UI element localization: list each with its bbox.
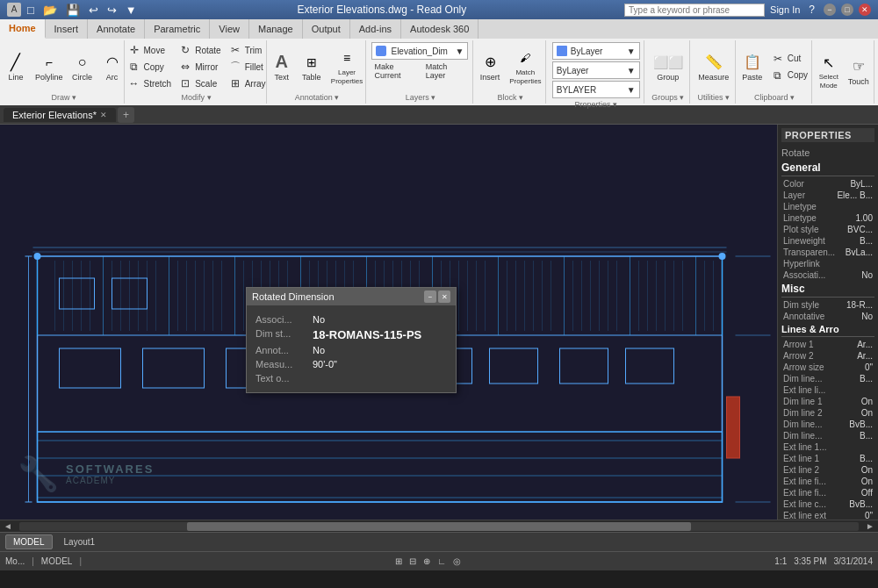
- btn-make-current[interactable]: Make Current: [371, 61, 421, 81]
- undo-btn[interactable]: ↩: [86, 3, 101, 18]
- group-utilities: 📏 Measure Utilities ▾: [692, 40, 736, 104]
- new-btn[interactable]: □: [25, 3, 37, 18]
- ortho-indicator[interactable]: ⊕: [423, 556, 430, 566]
- btn-select-mode[interactable]: ↖ SelectMode: [815, 50, 843, 91]
- horizontal-scrollbar[interactable]: ◄ ►: [0, 520, 878, 532]
- layer-dropdown[interactable]: Elevation_Dim ▼: [371, 42, 468, 60]
- polar-indicator[interactable]: ∟: [437, 556, 446, 566]
- prop-dim-line-ext: Dim line... B...: [781, 430, 874, 441]
- lineweight-dropdown[interactable]: BYLAYER ▼: [552, 81, 640, 98]
- tab-manage[interactable]: Manage: [249, 19, 303, 39]
- btn-mirror[interactable]: ⇔ Mirror: [176, 59, 223, 75]
- annotative-value: No: [861, 312, 873, 321]
- lines-arrows-header: Lines & Arro: [781, 322, 874, 337]
- prop-hyperlink: Hyperlink: [781, 258, 874, 269]
- btn-scale[interactable]: ⊡ Scale: [176, 75, 223, 91]
- btn-array[interactable]: ⊞ Array: [226, 75, 269, 91]
- btn-rotate[interactable]: ↻ Rotate: [176, 42, 223, 58]
- open-btn[interactable]: 📂: [40, 3, 60, 18]
- qa-dropdown[interactable]: ▼: [123, 3, 140, 18]
- btn-trim[interactable]: ✂ Trim: [226, 42, 269, 58]
- btn-layer-properties[interactable]: ≡ LayerProperties: [327, 46, 366, 87]
- tab-output[interactable]: Output: [303, 19, 350, 39]
- ribbon-area: Home Insert Annotate Parametric View Man…: [0, 19, 878, 105]
- minimize-button[interactable]: −: [824, 4, 836, 16]
- measure-label: Measure: [698, 73, 729, 82]
- scroll-left-btn[interactable]: ◄: [0, 521, 16, 531]
- help-icon[interactable]: ?: [809, 4, 815, 16]
- dim-line-ext-value: B...: [860, 431, 873, 441]
- tab-addins[interactable]: Add-ins: [350, 19, 401, 39]
- btn-copy[interactable]: ⧉ Copy: [125, 59, 175, 75]
- btn-insert[interactable]: ⊕ Insert: [476, 50, 504, 84]
- redo-btn[interactable]: ↪: [104, 3, 119, 18]
- tab-view[interactable]: View: [210, 19, 249, 39]
- prop-dim-line-color: Dim line... BvB...: [781, 419, 874, 430]
- drawing-area[interactable]: + Rotated Dimension − ✕: [0, 125, 777, 520]
- new-tab-button[interactable]: +: [118, 107, 134, 123]
- dialog-minus-btn[interactable]: −: [424, 290, 436, 303]
- linetype-dropdown[interactable]: ByLayer ▼: [552, 61, 640, 79]
- svg-point-109: [719, 253, 726, 260]
- btn-text[interactable]: A Text: [268, 50, 296, 84]
- modify-btns-mid: ↻ Rotate ⇔ Mirror ⊡ Scale: [176, 42, 223, 91]
- prop-ext1: Ext line 1...: [781, 441, 874, 453]
- scroll-track[interactable]: [19, 522, 859, 531]
- dialog-row-0: Associ... No: [255, 312, 447, 326]
- tab-home[interactable]: Home: [0, 19, 46, 39]
- btn-paste[interactable]: 📋 Paste: [738, 50, 766, 84]
- tab-insert[interactable]: Insert: [46, 19, 89, 39]
- btn-touch[interactable]: ☞ Touch: [845, 54, 873, 89]
- prop-linetype: Linetype: [781, 201, 874, 212]
- insert-icon: ⊕: [479, 52, 500, 73]
- drawing-tab-label: Exterior Elevations*: [12, 110, 97, 120]
- btn-stretch[interactable]: ↔ Stretch: [125, 75, 175, 91]
- stretch-icon: ↔: [127, 76, 141, 90]
- snap-indicator[interactable]: ⊞: [395, 556, 402, 566]
- btn-measure[interactable]: 📏 Measure: [694, 50, 732, 84]
- scroll-right-btn[interactable]: ►: [862, 521, 878, 531]
- btn-match-properties[interactable]: 🖌 MatchProperties: [506, 46, 544, 87]
- ext-color-label: Ext line c...: [783, 499, 826, 509]
- dialog-titlebar[interactable]: Rotated Dimension − ✕: [247, 288, 456, 305]
- drawing-tab-exterior[interactable]: Exterior Elevations* ✕: [4, 108, 116, 122]
- prop-ext-ext: Ext line ext 0": [781, 510, 874, 520]
- tab-autodesk360[interactable]: Autodesk 360: [401, 19, 479, 39]
- ext-fi1-label: Ext line fi...: [783, 477, 826, 486]
- btn-fillet[interactable]: ⌒ Fillet: [226, 59, 269, 75]
- btn-group[interactable]: ⬜⬜ Group: [653, 50, 682, 84]
- osnap-indicator[interactable]: ◎: [453, 556, 461, 566]
- block-group-content: ⊕ Insert 🖌 MatchProperties: [476, 42, 544, 91]
- btn-cut[interactable]: ✂ Cut: [768, 51, 810, 67]
- scroll-thumb[interactable]: [187, 522, 691, 531]
- tab-close-btn[interactable]: ✕: [100, 111, 107, 119]
- btn-polyline[interactable]: ⌐ Polyline: [32, 50, 67, 84]
- btn-match-layer[interactable]: Match Layer: [423, 61, 470, 81]
- modify-btns-left: ✛ Move ⧉ Copy ↔ Stretch: [125, 42, 175, 91]
- search-input[interactable]: [624, 4, 765, 17]
- btn-arc[interactable]: ◠ Arc: [98, 50, 126, 84]
- copy2-icon: ⧉: [771, 68, 785, 82]
- btn-copy2[interactable]: ⧉ Copy: [768, 68, 810, 83]
- btn-line[interactable]: ╱ Line: [2, 50, 30, 84]
- btn-move[interactable]: ✛ Move: [125, 42, 175, 58]
- maximize-button[interactable]: □: [841, 4, 853, 16]
- model-tab[interactable]: MODEL: [5, 534, 53, 549]
- layout1-tab[interactable]: Layout1: [56, 534, 104, 549]
- save-btn[interactable]: 💾: [63, 3, 83, 18]
- grid-indicator[interactable]: ⊟: [409, 556, 416, 566]
- table-icon: ⊞: [301, 52, 322, 73]
- btn-circle[interactable]: ○ Circle: [68, 50, 97, 84]
- title-right: Sign In ? − □ ✕: [624, 4, 871, 17]
- tab-annotate[interactable]: Annotate: [88, 19, 145, 39]
- dialog-content: Associ... No Dim st... 18-ROMANS-115-PS …: [247, 305, 456, 392]
- btn-table[interactable]: ⊞ Table: [298, 50, 326, 84]
- plot-style-value: BVC...: [847, 225, 873, 234]
- color-dropdown[interactable]: ByLayer ▼: [552, 42, 640, 60]
- close-button[interactable]: ✕: [859, 4, 871, 16]
- date-display: 3/31/2014: [834, 556, 874, 566]
- tab-parametric[interactable]: Parametric: [145, 19, 210, 39]
- arrow1-value: Ar...: [857, 340, 873, 349]
- signin-link[interactable]: Sign In: [770, 4, 800, 15]
- dialog-close-btn[interactable]: ✕: [438, 290, 450, 303]
